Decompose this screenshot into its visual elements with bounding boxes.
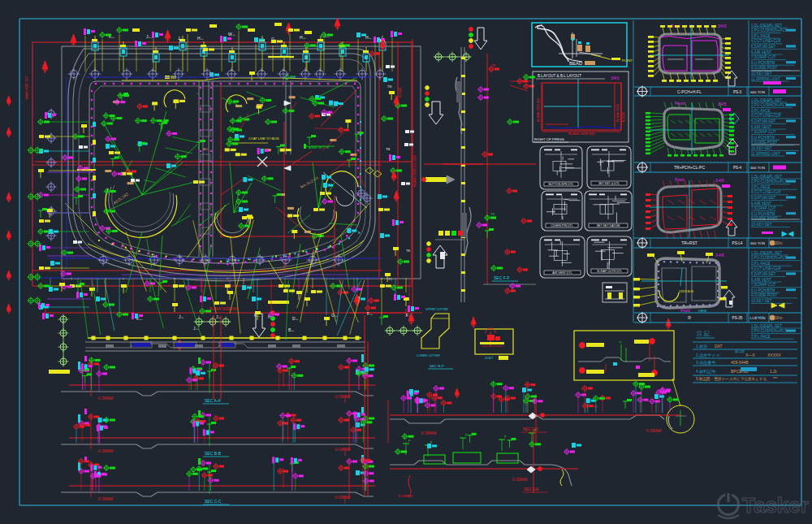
svg-text:BLANK SIZE: BLANK SIZE	[616, 104, 620, 122]
svg-text:H←: H←	[197, 36, 205, 41]
svg-text:ASMP-BTTTE: ASMP-BTTTE	[309, 145, 330, 149]
svg-text:Tasker: Tasker	[742, 493, 809, 518]
svg-text:BLANK SIZE (W): BLANK SIZE (W)	[568, 132, 595, 136]
svg-text:2LET: 2LET	[485, 356, 494, 360]
svg-text:H←: H←	[365, 35, 373, 40]
svg-text:8.U-PCH/BTM: 8.U-PCH/BTM	[751, 136, 775, 140]
svg-text:7.SCRAP-CUT: 7.SCRAP-CUT	[751, 55, 776, 59]
svg-text:9.GUIDE-POST: 9.GUIDE-POST	[751, 66, 778, 70]
svg-text:3.P.L-FACE: 3.P.L-FACE	[751, 34, 771, 38]
svg-text:3/4/5: 3/4/5	[718, 102, 727, 106]
svg-text:Ⓧ DRAW: Ⓧ DRAW	[97, 449, 114, 453]
svg-text:AD: AD	[203, 147, 208, 151]
svg-text:XXXXX: XXXXX	[767, 353, 781, 357]
svg-text:3.P.L-FACE: 3.P.L-FACE	[751, 185, 771, 189]
svg-text:5.DATUM-SET: 5.DATUM-SET	[751, 272, 775, 276]
svg-text:C-PCH+H-FL: C-PCH+H-FL	[677, 89, 702, 94]
svg-text:TR+RST: TR+RST	[681, 240, 698, 245]
svg-text:3.P.L-FACE: 3.P.L-FACE	[751, 335, 771, 339]
svg-text:SEC E-E: SEC E-E	[524, 487, 538, 492]
svg-text:製品図: 製品図	[735, 349, 745, 353]
svg-text:CUSHN PIN DTL: CUSHN PIN DTL	[551, 224, 573, 227]
svg-text:1.DL-DIE&PL-SET: 1.DL-DIE&PL-SET	[751, 175, 782, 179]
svg-text:D←: D←	[292, 316, 300, 321]
svg-text:4.CUT-LINE+CLR: 4.CUT-LINE+CLR	[751, 266, 781, 271]
svg-text:VIEW: VIEW	[698, 309, 706, 313]
svg-text:2.PU-CUSHION+PLT: 2.PU-CUSHION+PLT	[751, 28, 787, 32]
svg-text:PS-35: PS-35	[732, 316, 743, 320]
svg-text:Ⓧ DRAW: Ⓧ DRAW	[335, 395, 351, 399]
svg-text:5.DATUM-SET: 5.DATUM-SET	[751, 45, 775, 49]
svg-text:4.CUT-LINE+CLR: 4.CUT-LINE+CLR	[751, 39, 781, 43]
svg-text:600 TON: 600 TON	[750, 241, 765, 245]
svg-text:W←: W←	[228, 32, 236, 37]
svg-text:SEC R-P: SEC R-P	[430, 364, 444, 368]
svg-text:2.PU-CUSHION+PLT: 2.PU-CUSHION+PLT	[751, 180, 787, 184]
svg-text:BLANK SIZE 450: BLANK SIZE 450	[537, 98, 540, 122]
svg-text:SCRAP CUTR DTL: SCRAP CUTR DTL	[597, 270, 622, 273]
svg-text:SET KEY DATUM: SET KEY DATUM	[597, 224, 620, 227]
svg-text:4.CUT-LINE+CLR: 4.CUT-LINE+CLR	[751, 190, 781, 194]
svg-text:6.AIR VENT: 6.AIR VENT	[751, 50, 771, 54]
svg-text:8.U-PCH/BTM: 8.U-PCH/BTM	[751, 288, 775, 292]
svg-text:Front: Front	[675, 177, 685, 182]
svg-text:3/4/3: 3/4/3	[611, 76, 620, 80]
svg-text:TR: TR	[593, 405, 597, 409]
svg-text:TR: TR	[491, 63, 495, 67]
svg-text:B←: B←	[288, 327, 295, 332]
svg-text:H←: H←	[300, 35, 307, 40]
svg-text:S-SIZE: S-SIZE	[398, 87, 402, 97]
svg-text:7.SCRAP-CUT: 7.SCRAP-CUT	[751, 283, 776, 287]
svg-text:11.SPRING-UNIT: 11.SPRING-UNIT	[751, 77, 780, 81]
svg-text:TE: TE	[406, 249, 410, 253]
svg-text:11.SPRING-UNIT: 11.SPRING-UNIT	[751, 152, 780, 156]
svg-text:Ⓧ DRAW: Ⓧ DRAW	[97, 396, 114, 401]
svg-text:Ⓧ DRAW: Ⓧ DRAW	[97, 497, 114, 501]
svg-text:AIR VENT DTL: AIR VENT DTL	[552, 271, 572, 275]
svg-text:1.DL-DIE&PL-SET: 1.DL-DIE&PL-SET	[751, 324, 782, 328]
svg-text:SEC C-C: SEC C-C	[205, 499, 222, 504]
svg-text:10.KEY-SET: 10.KEY-SET	[751, 146, 772, 150]
svg-text:RIGHT OF PRESS: RIGHT OF PRESS	[534, 137, 564, 141]
svg-text:F←: F←	[367, 311, 374, 316]
svg-text:3-4/5: 3-4/5	[715, 253, 724, 258]
svg-text:1.DL-DIE&PL-SET: 1.DL-DIE&PL-SET	[751, 24, 782, 28]
svg-text:J←: J←	[178, 36, 184, 41]
svg-text:B.SIZE: B.SIZE	[622, 112, 625, 122]
svg-text:COAT LINE TO BLIN: COAT LINE TO BLIN	[248, 136, 279, 141]
svg-text:TC: TC	[388, 277, 392, 281]
svg-text:TR+PCH+CL-PC: TR+PCH+CL-PC	[674, 165, 705, 170]
svg-text:TB: TB	[386, 147, 390, 151]
svg-text:SET KEY & DTL: SET KEY & DTL	[598, 182, 620, 185]
svg-text:R: R	[688, 315, 691, 320]
svg-text:POINT: POINT	[622, 58, 633, 63]
svg-text:B.LAYOUT & B.L LAYOUT: B.LAYOUT & B.L LAYOUT	[538, 74, 581, 78]
svg-text:MAIN SIZE 750: MAIN SIZE 750	[24, 76, 28, 99]
svg-text:2.品色サイズ:: 2.品色サイズ:	[696, 353, 721, 357]
svg-text:SEC D-D: SEC D-D	[523, 427, 539, 431]
svg-text:7.SCRAP-CUT: 7.SCRAP-CUT	[751, 206, 776, 210]
svg-text:6.AIR VENT: 6.AIR VENT	[751, 278, 771, 282]
svg-text:X—X: X—X	[745, 353, 755, 357]
svg-text:PS-3: PS-3	[733, 90, 742, 94]
svg-text:4.材料記号:: 4.材料記号:	[696, 369, 717, 375]
svg-text:SEC B-B: SEC B-B	[205, 451, 222, 456]
svg-text:BUTTON SPN DTL: BUTTON SPN DTL	[549, 183, 574, 186]
svg-text:4.CUT-LINE+CLR: 4.CUT-LINE+CLR	[751, 114, 781, 118]
svg-text:1.DL-DIE&PL-SET: 1.DL-DIE&PL-SET	[751, 98, 782, 102]
svg-text:2.PU-CUSHION+PLT: 2.PU-CUSHION+PLT	[751, 329, 787, 333]
svg-text:PS-L4: PS-L4	[732, 241, 743, 245]
svg-text:Ⓧ DRAW: Ⓧ DRAW	[421, 431, 437, 435]
svg-text:3/4/3: 3/4/3	[718, 24, 727, 28]
svg-text:Front: Front	[680, 308, 690, 313]
svg-text:TN: TN	[387, 84, 391, 89]
svg-text:8.U-PCH/BTM: 8.U-PCH/BTM	[751, 61, 775, 65]
svg-text:Ⓧ DRAW: Ⓧ DRAW	[646, 429, 662, 433]
svg-text:Front: Front	[675, 101, 685, 106]
svg-text:5.DATUM-SET: 5.DATUM-SET	[751, 119, 775, 123]
svg-text:PLAN: PLAN	[755, 315, 764, 319]
svg-text:2.PU-CUSHION+PLT: 2.PU-CUSHION+PLT	[751, 103, 787, 107]
svg-text:600 TON: 600 TON	[750, 90, 765, 94]
svg-text:9.GUIDE-POST: 9.GUIDE-POST	[751, 141, 778, 145]
svg-text:3.製品番号:: 3.製品番号:	[696, 360, 717, 365]
